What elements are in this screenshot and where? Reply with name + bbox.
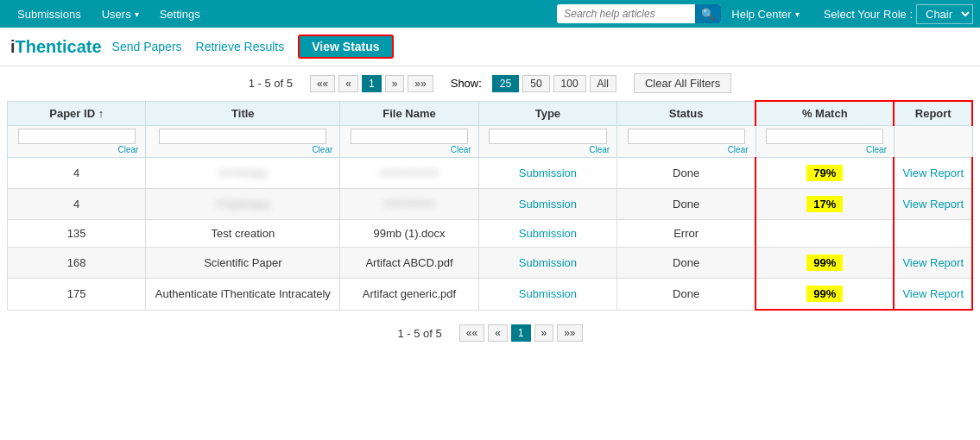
filter-match-clear[interactable]: Clear — [760, 145, 890, 154]
table-filter-row: Clear Clear Clear Clear Clear — [8, 126, 973, 158]
filter-report — [894, 126, 972, 158]
show-25-btn[interactable]: 25 — [492, 75, 519, 92]
view-report-link[interactable]: View Report — [902, 167, 964, 179]
submissions-table-wrapper: Paper ID ↑ Title File Name Type Status %… — [0, 100, 980, 317]
search-input[interactable] — [557, 8, 695, 20]
cell-type: Submission — [478, 279, 616, 311]
col-type: Type — [478, 101, 616, 126]
search-wrapper: 🔍 — [557, 4, 721, 23]
cell-type: Submission — [478, 158, 616, 189]
nav-help-center[interactable]: Help Center ▾ — [721, 0, 809, 28]
filter-match-input[interactable] — [766, 129, 883, 144]
cell-report[interactable]: View Report — [894, 158, 972, 189]
users-dropdown-icon: ▾ — [135, 9, 139, 19]
cell-report[interactable]: View Report — [894, 189, 972, 220]
filter-status-input[interactable] — [628, 129, 745, 144]
filter-status-clear[interactable]: Clear — [621, 145, 751, 154]
sub-header: iThenticate Send Papers Retrieve Results… — [0, 28, 980, 66]
filter-type-clear[interactable]: Clear — [483, 145, 613, 154]
show-all-btn[interactable]: All — [590, 75, 616, 92]
retrieve-results-link[interactable]: Retrieve Results — [196, 40, 285, 53]
bottom-last-page-btn[interactable]: »» — [557, 324, 582, 342]
cell-status: Done — [617, 189, 756, 220]
show-label: Show: — [451, 77, 482, 90]
cell-status: Error — [617, 220, 756, 248]
first-page-btn[interactable]: «« — [310, 75, 335, 92]
bottom-pagination-bar: 1 - 5 of 5 «« « 1 » »» — [0, 317, 980, 349]
bottom-next-page-btn[interactable]: » — [534, 324, 554, 342]
col-status: Status — [617, 101, 756, 126]
table-header-row: Paper ID ↑ Title File Name Type Status %… — [8, 101, 973, 126]
table-row: 4••••••mary•••••••••••••••SubmissionDone… — [8, 158, 973, 189]
col-paper-id: Paper ID ↑ — [8, 101, 146, 126]
view-report-link[interactable]: View Report — [902, 256, 964, 269]
cell-paper-id: 168 — [8, 248, 146, 279]
filter-title-clear[interactable]: Clear — [149, 145, 336, 154]
nav-users[interactable]: Users ▾ — [92, 0, 149, 28]
cell-report[interactable]: View Report — [894, 248, 972, 279]
cell-match: 99% — [756, 248, 894, 279]
clear-all-filters-btn[interactable]: Clear All Filters — [634, 73, 731, 93]
match-badge: 79% — [806, 165, 843, 181]
search-button[interactable]: 🔍 — [695, 4, 721, 23]
cell-file-name: 99mb (1).docx — [340, 220, 478, 248]
cell-paper-id: 4 — [8, 158, 146, 189]
cell-status: Done — [617, 158, 756, 189]
bottom-prev-page-btn[interactable]: « — [488, 324, 508, 342]
cell-paper-id: 175 — [8, 279, 146, 311]
cell-file-name: Artifact generic.pdf — [340, 279, 478, 311]
cell-match: 79% — [756, 158, 894, 189]
bottom-page-1-btn[interactable]: 1 — [511, 324, 531, 342]
filter-match: Clear — [756, 126, 894, 158]
filter-paper-id: Clear — [8, 126, 146, 158]
filter-file-name-input[interactable] — [351, 129, 468, 144]
cell-match — [756, 220, 894, 248]
top-navigation: Submissions Users ▾ Settings 🔍 Help Cent… — [0, 0, 980, 28]
bottom-page-range: 1 - 5 of 5 — [397, 327, 441, 340]
nav-submissions[interactable]: Submissions — [7, 0, 92, 28]
cell-title: Test creation — [146, 220, 340, 248]
filter-file-name: Clear — [340, 126, 478, 158]
view-report-link[interactable]: View Report — [902, 198, 964, 211]
send-papers-link[interactable]: Send Papers — [112, 40, 182, 53]
cell-report[interactable]: View Report — [894, 279, 972, 311]
cell-title: ••••••mary — [146, 158, 340, 189]
cell-title: ••••primary — [146, 189, 340, 220]
show-100-btn[interactable]: 100 — [553, 75, 586, 92]
filter-type-input[interactable] — [489, 129, 606, 144]
bottom-first-page-btn[interactable]: «« — [459, 324, 484, 342]
cell-paper-id: 4 — [8, 189, 146, 220]
cell-paper-id: 135 — [8, 220, 146, 248]
col-match: % Match — [756, 101, 894, 126]
filter-file-name-clear[interactable]: Clear — [344, 145, 474, 154]
cell-status: Done — [617, 279, 756, 311]
prev-page-btn[interactable]: « — [338, 75, 358, 92]
view-status-button[interactable]: View Status — [298, 35, 393, 59]
cell-type: Submission — [478, 248, 616, 279]
col-title: Title — [146, 101, 340, 126]
cell-match: 99% — [756, 279, 894, 311]
col-file-name: File Name — [340, 101, 478, 126]
cell-title: Authenticate iThenticate Intracately — [146, 279, 340, 311]
cell-type: Submission — [478, 220, 616, 248]
table-row: 135Test creation99mb (1).docxSubmissionE… — [8, 220, 973, 248]
filter-title-input[interactable] — [159, 129, 326, 144]
filter-type: Clear — [478, 126, 616, 158]
role-select[interactable]: Chair — [916, 4, 973, 24]
page-1-btn[interactable]: 1 — [362, 75, 382, 92]
show-50-btn[interactable]: 50 — [522, 75, 549, 92]
last-page-btn[interactable]: »» — [408, 75, 433, 92]
filter-paper-id-clear[interactable]: Clear — [11, 145, 142, 154]
filter-paper-id-input[interactable] — [18, 129, 136, 144]
cell-report — [894, 220, 972, 248]
col-report: Report — [894, 101, 972, 126]
brand-logo: iThenticate — [10, 37, 102, 57]
submissions-table: Paper ID ↑ Title File Name Type Status %… — [7, 100, 973, 311]
cell-type: Submission — [478, 189, 616, 220]
next-page-btn[interactable]: » — [385, 75, 405, 92]
match-badge: 99% — [806, 255, 843, 271]
view-report-link[interactable]: View Report — [902, 287, 964, 300]
cell-file-name: Artifact ABCD.pdf — [340, 248, 478, 279]
nav-settings[interactable]: Settings — [149, 0, 211, 28]
cell-title: Scientific Paper — [146, 248, 340, 279]
